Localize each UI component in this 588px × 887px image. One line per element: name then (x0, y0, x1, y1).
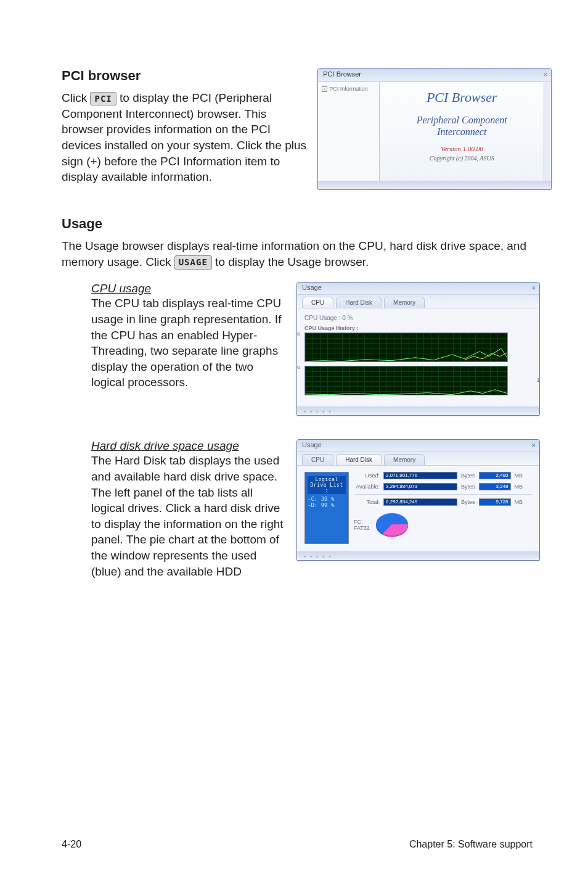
hdd-list-header: Logical Drive List : (308, 476, 346, 494)
hdd-total-bytes-unit: Bytes (461, 499, 475, 505)
page-footer: 4-20 Chapter 5: Software support (62, 839, 533, 850)
cpu-graph1-scale-top: 100 (296, 331, 300, 337)
hdd-pie-chart (374, 510, 410, 540)
tab-hard-disk[interactable]: Hard Disk (336, 297, 382, 308)
close-icon[interactable]: ✕ (544, 70, 548, 78)
footer-dots-icon: ● ● ● ● ● (303, 409, 332, 413)
hdd-row-total: Total: 6,292,854,249 Bytes 5,728 MB (354, 498, 532, 506)
pci-heading: PCI browser (62, 68, 306, 84)
hdd-used-mb-unit: MB (515, 472, 529, 479)
chapter-label: Chapter 5: Software support (409, 839, 533, 850)
hdd-used-mb: 2,480 (496, 472, 508, 478)
usage-cpu-window: Usage ✕ CPU Hard Disk Memory CPU Usage :… (296, 282, 540, 416)
usage-hdd-title-text: Usage (302, 441, 322, 448)
pci-window-footer (318, 181, 551, 189)
usage-para-post: to display the Usage browser. (215, 255, 369, 268)
hdd-avail-mb-unit: MB (515, 484, 529, 490)
pci-panel-subtitle: Peripheral Component Interconnect (383, 114, 540, 138)
hdd-avail-bytes-unit: Bytes (461, 484, 475, 490)
hdd-total-bytes: 6,292,854,249 (386, 499, 417, 505)
usage-cpu-title-text: Usage (302, 284, 322, 291)
cpu-graph-2-wrap: 100 0 10 % (304, 366, 532, 395)
hdd-pie-legend2: FAT32 (354, 525, 370, 531)
usage-cpu-tabs: CPU Hard Disk Memory (297, 295, 539, 308)
pci-paragraph: Click PCI to display the PCI (Peripheral… (62, 90, 306, 185)
hdd-total-mb-bar: 5,728 (479, 498, 511, 506)
cpu-usage-subheading: CPU usage (91, 282, 285, 295)
hdd-drive-list: Logical Drive List : -C: 39 % -D: 99 % (304, 472, 349, 544)
hdd-list-item-d[interactable]: -D: 99 % (308, 502, 346, 508)
hdd-avail-label: Available: (354, 484, 380, 490)
pci-window-title-text: PCI Browser (323, 70, 361, 78)
close-icon[interactable]: ✕ (531, 284, 536, 292)
pci-para-pre: Click (62, 91, 90, 104)
cpu-graph-2 (304, 366, 508, 395)
hdd-used-mb-bar: 2,480 (479, 472, 511, 479)
page-number: 4-20 (62, 839, 81, 850)
hdd-used-bytes: 3,071,901,776 (386, 472, 417, 478)
hdd-avail-bar: 3,294,884,073 (383, 483, 457, 490)
tab-memory[interactable]: Memory (384, 297, 425, 308)
cpu-graph2-pct: 10 % (537, 377, 541, 383)
hdd-used-bar: 3,071,901,776 (383, 472, 457, 479)
pci-tree-panel: + PCI Information (318, 82, 380, 181)
hdd-usage-paragraph: The Hard Disk tab displays the used and … (91, 453, 285, 579)
hdd-used-label: Used: (354, 472, 380, 479)
pci-tree-root-label: PCI Information (329, 86, 368, 92)
usage-hdd-titlebar: Usage ✕ (297, 440, 539, 452)
pci-browser-window: PCI Browser ✕ + PCI Information PCI Brow… (317, 68, 552, 190)
cpu-graph-1-wrap: 100 0 3 % (304, 332, 532, 362)
pci-copyright-text: Copyright (c) 2004, ASUS (383, 155, 540, 162)
hdd-total-bar: 6,292,854,249 (383, 498, 457, 506)
pci-right-panel: PCI Browser Peripheral Component Interco… (380, 82, 544, 181)
cpu-graph-1 (304, 332, 508, 362)
hdd-avail-bytes: 3,294,884,073 (386, 484, 417, 489)
hdd-avail-mb: 3,248 (496, 484, 508, 489)
close-icon[interactable]: ✕ (531, 441, 536, 449)
cpu-graph2-scale-top: 100 (296, 365, 300, 370)
tab-cpu[interactable]: CPU (302, 454, 333, 465)
hdd-list-item-c[interactable]: -C: 39 % (308, 496, 346, 502)
pci-version-text: Version 1.00.00 (383, 145, 540, 152)
pci-panel-sub1: Peripheral Component (417, 115, 507, 125)
pci-panel-sub2: Interconnect (437, 126, 486, 137)
usage-hdd-window: Usage ✕ CPU Hard Disk Memory Logical Dri… (296, 439, 540, 561)
pci-panel-title: PCI Browser (383, 89, 540, 105)
tab-hard-disk[interactable]: Hard Disk (336, 454, 382, 465)
tab-cpu[interactable]: CPU (302, 297, 333, 308)
usage-heading: Usage (62, 216, 533, 232)
cpu-usage-line-label: CPU Usage : 0 % (304, 315, 532, 321)
cpu-history-label: CPU Usage History : (304, 325, 532, 331)
plus-icon[interactable]: + (322, 86, 327, 92)
hdd-used-bytes-unit: Bytes (461, 472, 475, 479)
hdd-row-used: Used: 3,071,901,776 Bytes 2,480 MB (354, 472, 532, 479)
footer-dots-icon: ● ● ● ● ● (303, 554, 332, 558)
hdd-total-label: Total: (354, 499, 380, 505)
scrollbar[interactable] (544, 82, 551, 181)
hdd-avail-mb-bar: 3,248 (479, 483, 511, 490)
hdd-total-mb-unit: MB (515, 499, 529, 505)
cpu-graph1-pct: 3 % (540, 344, 541, 350)
hdd-pie-row: FC: FAT32 (354, 510, 532, 540)
tab-memory[interactable]: Memory (384, 454, 425, 465)
pci-window-titlebar: PCI Browser ✕ (318, 68, 551, 82)
pci-tree-root-row[interactable]: + PCI Information (322, 86, 375, 92)
usage-cpu-footer: ● ● ● ● ● (297, 406, 539, 415)
hdd-pie-legend1: FC: (354, 519, 370, 525)
pci-button-icon: PCI (90, 92, 116, 106)
hdd-usage-subheading: Hard disk drive space usage (91, 439, 285, 453)
hdd-total-mb: 5,728 (496, 499, 508, 505)
cpu-line-1b (305, 333, 507, 363)
usage-button-icon: USAGE (174, 255, 212, 270)
usage-hdd-tabs: CPU Hard Disk Memory (297, 452, 539, 466)
usage-hdd-footer: ● ● ● ● ● (297, 551, 539, 560)
cpu-line-2 (305, 366, 507, 396)
usage-cpu-titlebar: Usage ✕ (297, 283, 539, 295)
usage-paragraph: The Usage browser displays real-time inf… (62, 238, 533, 270)
cpu-usage-paragraph: The CPU tab displays real-time CPU usage… (91, 295, 285, 390)
hdd-row-available: Available: 3,294,884,073 Bytes 3,248 MB (354, 483, 532, 490)
